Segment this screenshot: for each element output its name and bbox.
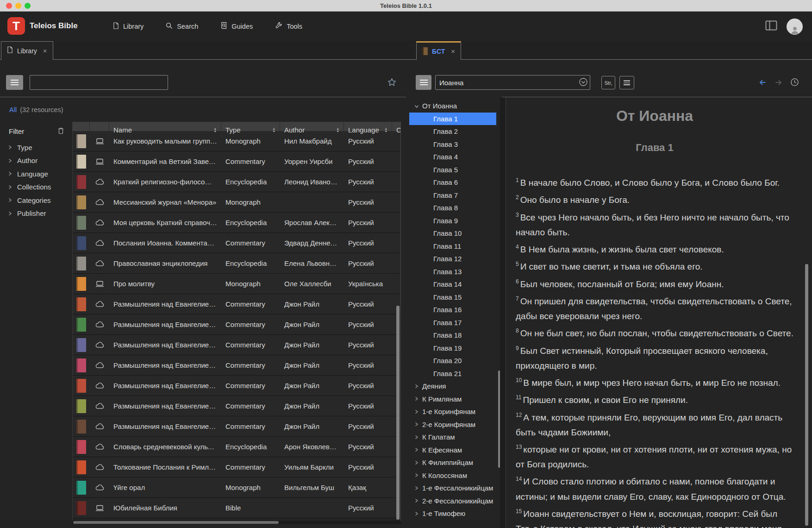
- history-clock-icon[interactable]: [790, 78, 799, 88]
- column-header-C[interactable]: C: [392, 122, 401, 138]
- tree-chapter-item[interactable]: Глава 19: [406, 342, 499, 355]
- interlinear-view-button[interactable]: [619, 76, 634, 89]
- nav-item-library[interactable]: Library: [113, 22, 144, 31]
- bible-menu-button[interactable]: [416, 75, 431, 90]
- tab-library[interactable]: Library ×: [1, 41, 53, 60]
- panel-layout-icon[interactable]: [765, 20, 777, 32]
- tree-book-item[interactable]: К Колоссянам: [406, 469, 499, 482]
- tree-chapter-item[interactable]: Глава 3: [406, 138, 499, 151]
- tree-book-item[interactable]: Деяния: [406, 380, 499, 393]
- tree-book-item[interactable]: 2-е Коринфянам: [406, 418, 499, 431]
- tree-book-item[interactable]: 2-е Фессалоникийцам: [406, 495, 499, 508]
- close-icon[interactable]: ×: [43, 47, 47, 55]
- library-menu-button[interactable]: [6, 75, 23, 90]
- reference-input[interactable]: [435, 75, 590, 90]
- tree-chapter-item[interactable]: Глава 7: [406, 189, 499, 202]
- favorites-star-icon[interactable]: [387, 78, 396, 88]
- window-title: Teleios Bible 1.0.1: [0, 2, 812, 9]
- nav-item-search[interactable]: Search: [166, 22, 198, 31]
- library-search-input[interactable]: [30, 75, 168, 90]
- table-row[interactable]: Словарь средневековой культурыEncycloped…: [73, 437, 401, 457]
- filter-group-language[interactable]: Language: [8, 169, 68, 179]
- nav-item-guides[interactable]: Guides: [220, 22, 253, 31]
- tree-book-item[interactable]: 1-е Фессалоникийцам: [406, 482, 499, 495]
- table-vertical-scrollbar[interactable]: [396, 306, 400, 520]
- avatar[interactable]: [787, 19, 803, 35]
- tree-book-item[interactable]: 1-е Тимофею: [406, 507, 499, 520]
- table-row[interactable]: Размышления над Евангелием о...Commentar…: [73, 416, 401, 437]
- tree-chapter-item[interactable]: Глава 2: [406, 125, 499, 138]
- tree-chapter-item[interactable]: Глава 8: [406, 201, 499, 214]
- tree-chapter-item[interactable]: Глава 13: [406, 265, 499, 278]
- sort-arrows-icon[interactable]: ▲▼: [385, 127, 387, 132]
- table-row[interactable]: Юбилейная БиблияBibleРусский: [73, 498, 401, 518]
- forward-arrow-icon[interactable]: [774, 78, 783, 88]
- cell-language: Русский: [344, 198, 392, 206]
- column-header-Author[interactable]: Author▲▼: [280, 122, 344, 138]
- tree-chapter-item[interactable]: Глава 4: [406, 151, 499, 163]
- tree-book-item[interactable]: К Римлянам: [406, 393, 499, 406]
- nav-item-tools[interactable]: Tools: [275, 22, 302, 31]
- table-row[interactable]: Размышления над Евангелием о...Commentar…: [73, 335, 401, 355]
- sort-arrows-icon[interactable]: ▲▼: [337, 127, 339, 132]
- tree-item-label: К Филиппийцам: [422, 459, 473, 466]
- tree-chapter-item[interactable]: Глава 14: [406, 278, 499, 291]
- close-icon[interactable]: ×: [451, 47, 455, 55]
- reader-scrollbar[interactable]: [805, 264, 808, 526]
- tree-book-item[interactable]: К Галатам: [406, 431, 499, 444]
- tree-chapter-item[interactable]: Глава 11: [406, 240, 499, 253]
- scope-all-link[interactable]: All: [9, 106, 17, 113]
- clear-filter-trash-icon[interactable]: [58, 127, 64, 136]
- tree-chapter-item[interactable]: Глава 10: [406, 227, 499, 240]
- table-row[interactable]: Моя церковь Краткий справочни...Encyclop…: [73, 213, 401, 233]
- input-dropdown-icon[interactable]: [579, 77, 588, 88]
- filter-group-categories[interactable]: Categories: [8, 195, 68, 205]
- table-row[interactable]: Размышления над Евангелием о...Commentar…: [73, 376, 401, 396]
- tree-chapter-item[interactable]: Глава 20: [406, 354, 499, 367]
- column-header-Name[interactable]: Name▲▼: [109, 122, 221, 138]
- tree-book-expanded[interactable]: От Иоанна: [406, 100, 499, 113]
- table-row[interactable]: Про молитвуMonographОле ХаллесбиУкраїнсь…: [73, 274, 401, 294]
- verse-number: 1: [516, 177, 519, 183]
- sort-arrows-icon[interactable]: ▲▼: [273, 127, 275, 132]
- back-arrow-icon[interactable]: [758, 78, 767, 88]
- cover-thumbnail: [73, 440, 90, 454]
- column-header-Language[interactable]: Language▲▼: [344, 122, 392, 138]
- tree-chapter-item[interactable]: Глава 12: [406, 252, 499, 265]
- tree-chapter-item[interactable]: Глава 18: [406, 329, 499, 342]
- filter-group-author[interactable]: Author: [8, 156, 68, 166]
- filter-group-type[interactable]: Type: [8, 142, 68, 152]
- cell-author: Джон Райл: [280, 422, 344, 430]
- tree-chapter-item[interactable]: Глава 5: [406, 163, 499, 176]
- cell-type: Commentary: [221, 239, 280, 247]
- table-row[interactable]: Комментарий на Ветхий Завет. ...Commenta…: [73, 151, 401, 172]
- column-header-Type[interactable]: Type▲▼: [221, 122, 280, 138]
- strongs-button[interactable]: Str,: [601, 76, 615, 89]
- table-horizontal-scrollbar[interactable]: [73, 521, 279, 524]
- cell-author: Джон Райл: [280, 341, 344, 349]
- tree-chapter-item[interactable]: Глава 6: [406, 176, 499, 189]
- table-row[interactable]: Размышления над Евангелием о...Commentar…: [73, 355, 401, 376]
- tree-chapter-item[interactable]: Глава 16: [406, 303, 499, 316]
- table-row[interactable]: Краткий религиозно-философск...Encyclope…: [73, 172, 401, 192]
- tree-chapter-item[interactable]: Глава 21: [406, 367, 499, 380]
- table-row[interactable]: Мессианский журнал «Менора»MonographРусс…: [73, 192, 401, 213]
- tree-book-item[interactable]: К Филиппийцам: [406, 456, 499, 469]
- table-row[interactable]: Православная энциклопедияEncyclopediaЕле…: [73, 253, 401, 274]
- filter-group-collections[interactable]: Collections: [8, 182, 68, 192]
- tree-book-item[interactable]: К Ефесянам: [406, 444, 499, 457]
- tree-chapter-item[interactable]: Глава 17: [406, 316, 499, 329]
- tree-chapter-item[interactable]: Глава 1: [409, 113, 496, 126]
- table-row[interactable]: Размышления над Евангелием о...Commentar…: [73, 294, 401, 314]
- table-row[interactable]: Размышления над Евангелием о...Commentar…: [73, 314, 401, 335]
- sort-arrows-icon[interactable]: ▲▼: [214, 127, 217, 132]
- tree-chapter-item[interactable]: Глава 15: [406, 291, 499, 304]
- tree-book-item[interactable]: 1-е Коринфянам: [406, 405, 499, 418]
- table-row[interactable]: Үйге оралMonographВильгельм БушҚазақ: [73, 478, 401, 498]
- table-row[interactable]: Размышления над Евангелием о...Commentar…: [73, 396, 401, 416]
- tab-bst[interactable]: БСТ ×: [416, 41, 461, 60]
- table-row[interactable]: Толкование Послания к РимлянамCommentary…: [73, 457, 401, 478]
- table-row[interactable]: Послания Иоанна. Комментарии...Commentar…: [73, 233, 401, 253]
- tree-chapter-item[interactable]: Глава 9: [406, 214, 499, 227]
- filter-group-publisher[interactable]: Publisher: [8, 208, 68, 219]
